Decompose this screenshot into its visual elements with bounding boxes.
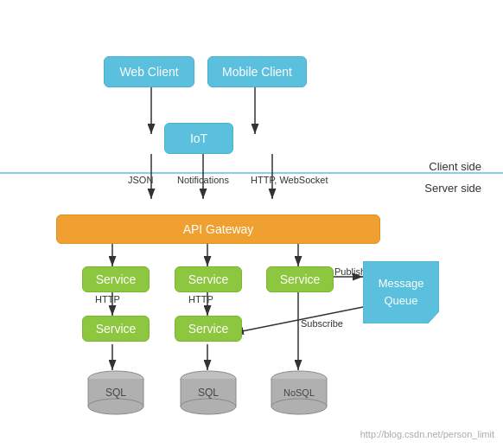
architecture-diagram: Web Client Mobile Client IoT Client side…: [0, 0, 503, 448]
svg-marker-18: [363, 261, 439, 323]
publish-label: Publish: [334, 266, 366, 277]
svg-text:Queue: Queue: [384, 294, 417, 307]
server-side-label: Server side: [424, 182, 481, 195]
svg-line-17: [233, 307, 363, 333]
api-gateway-box: API Gateway: [56, 214, 380, 244]
service2-top-box: Service: [175, 266, 242, 292]
svg-text:SQL: SQL: [198, 387, 219, 399]
service2-bottom-box: Service: [175, 316, 242, 342]
service1-bottom-box: Service: [82, 316, 150, 342]
notifications-label: Notifications: [177, 175, 229, 185]
subscribe-label: Subscribe: [301, 318, 343, 329]
db1: SQL: [87, 370, 144, 421]
db3: NoSQL: [271, 370, 328, 421]
service3-top-box: Service: [266, 266, 334, 292]
svg-text:SQL: SQL: [105, 387, 126, 399]
message-queue-box: Message Queue: [363, 261, 439, 323]
svg-point-37: [271, 399, 327, 414]
db2: SQL: [180, 370, 237, 421]
http2-label: HTTP: [188, 294, 213, 304]
json-label: JSON: [128, 175, 153, 185]
svg-point-25: [88, 399, 143, 414]
mobile-client-box: Mobile Client: [207, 56, 307, 87]
client-side-label: Client side: [429, 160, 481, 173]
svg-text:NoSQL: NoSQL: [283, 387, 315, 398]
service1-top-box: Service: [82, 266, 150, 292]
svg-point-31: [181, 399, 236, 414]
web-client-box: Web Client: [104, 56, 194, 87]
footer-text: http://blog.csdn.net/person_limit: [360, 429, 494, 439]
iot-box: IoT: [164, 123, 233, 154]
http-websocket-label: HTTP, WebSocket: [251, 175, 328, 185]
http1-label: HTTP: [95, 294, 120, 304]
svg-text:Message: Message: [379, 277, 424, 290]
